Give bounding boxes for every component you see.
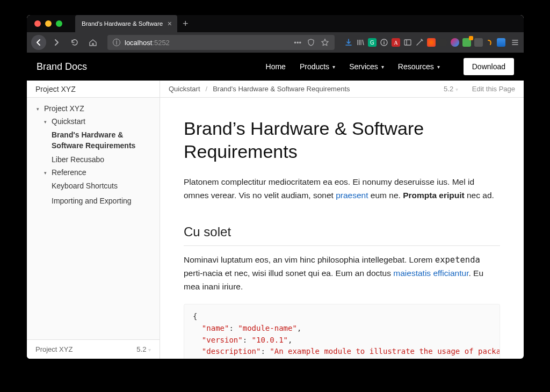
maximize-window-button[interactable]	[56, 20, 62, 27]
sidebar-item-hw-sw[interactable]: Brand's Hardware & Software Requirements	[27, 128, 160, 153]
breadcrumb-separator: /	[206, 85, 208, 93]
extension-blue-icon[interactable]	[497, 38, 505, 47]
reload-icon	[70, 38, 79, 47]
home-icon	[89, 38, 97, 47]
browser-toolbar: i localhost:5252 ••• G A	[27, 32, 524, 53]
download-button[interactable]: Download	[464, 58, 514, 75]
footer-project[interactable]: Project XYZ	[35, 345, 73, 353]
browser-tab[interactable]: Brand's Hardware & Software Requi ×	[75, 15, 177, 32]
brand-title[interactable]: Brand Docs	[37, 61, 87, 72]
window-controls	[27, 20, 62, 27]
nav-resources[interactable]: Resources▾	[398, 62, 440, 71]
extension-dark-icon[interactable]	[439, 38, 447, 47]
article: Brand’s Hardware & Software Requirements…	[160, 98, 524, 359]
chevron-down-icon: ▾	[437, 64, 440, 70]
download-icon[interactable]	[344, 38, 353, 47]
extension-orange-icon[interactable]	[427, 38, 436, 47]
new-tab-button[interactable]: +	[177, 18, 194, 30]
more-icon[interactable]: •••	[294, 39, 301, 47]
tab-title: Brand's Hardware & Software Requi	[82, 20, 163, 27]
extension-g-icon[interactable]: G	[368, 38, 377, 47]
chevron-down-icon: ▾	[381, 64, 384, 70]
sidebar-item-reference[interactable]: ▾Reference	[27, 166, 160, 179]
sidebar-item-import[interactable]: Importing and Exporting	[27, 194, 160, 209]
info-circle-icon[interactable]	[380, 38, 388, 47]
link-maiestatis[interactable]: maiestatis efficiantur	[393, 268, 468, 278]
forward-button[interactable]	[48, 34, 64, 50]
chevron-down-icon: ▾	[455, 86, 458, 92]
sidebar-header: Project XYZ	[27, 81, 160, 98]
arrow-left-icon	[34, 38, 43, 47]
extension-gray-icon[interactable]	[474, 38, 483, 47]
sidebar-item-kb[interactable]: Keyboard Shortcuts	[27, 179, 160, 194]
shield-icon[interactable]	[307, 38, 315, 47]
browser-window: Brand's Hardware & Software Requi × + i …	[27, 15, 524, 359]
page-body: Project XYZ ▾Project XYZ ▾Quickstart Bra…	[27, 81, 524, 359]
sidebar-icon[interactable]	[403, 38, 412, 47]
arrow-right-icon	[52, 38, 61, 47]
site-nav: Home Products▾ Services▾ Resources▾	[266, 62, 440, 71]
link-praesent[interactable]: praesent	[336, 191, 368, 200]
menu-icon[interactable]	[511, 38, 519, 47]
footer-version[interactable]: 5.2 ▾	[136, 345, 151, 353]
url-bar[interactable]: i localhost:5252 •••	[107, 35, 335, 50]
main-content: Quickstart / Brand's Hardware & Software…	[160, 81, 524, 359]
site-header: Brand Docs Home Products▾ Services▾ Reso…	[27, 53, 524, 81]
url-actions: •••	[294, 38, 329, 47]
reload-button[interactable]	[67, 34, 83, 50]
svg-rect-1	[404, 40, 411, 45]
caret-icon: ▾	[44, 168, 49, 176]
inline-code: expetenda	[435, 255, 480, 265]
sidebar-item-root[interactable]: ▾Project XYZ	[27, 102, 160, 115]
sidebar-item-quickstart[interactable]: ▾Quickstart	[27, 115, 160, 128]
extension-rainbow-icon[interactable]	[451, 38, 459, 47]
edit-page-link[interactable]: Edit this Page	[472, 85, 515, 93]
tab-bar: Brand's Hardware & Software Requi × +	[27, 15, 524, 32]
page-title: Brand’s Hardware & Software Requirements	[184, 117, 500, 163]
chevron-down-icon: ▾	[332, 64, 335, 70]
url-port: :5252	[152, 39, 170, 47]
chevron-down-icon: ▾	[148, 347, 151, 353]
breadcrumb-bar: Quickstart / Brand's Hardware & Software…	[160, 81, 524, 98]
close-window-button[interactable]	[34, 20, 41, 27]
info-icon[interactable]: i	[113, 39, 120, 46]
sidebar: Project XYZ ▾Project XYZ ▾Quickstart Bra…	[27, 81, 160, 359]
breadcrumb-parent[interactable]: Quickstart	[169, 85, 200, 93]
back-button[interactable]	[31, 35, 46, 50]
sidebar-nav: ▾Project XYZ ▾Quickstart Brand's Hardwar…	[27, 98, 160, 339]
caret-icon: ▾	[44, 117, 49, 125]
minimize-window-button[interactable]	[45, 20, 52, 27]
section-heading: Cu solet	[184, 222, 500, 246]
wand-icon[interactable]	[415, 38, 424, 47]
caret-icon: ▾	[37, 104, 42, 112]
breadcrumb-current: Brand's Hardware & Software Requirements	[213, 85, 350, 93]
home-button[interactable]	[85, 34, 101, 50]
extension-green-badge-icon[interactable]	[462, 38, 471, 47]
nav-home[interactable]: Home	[266, 62, 286, 71]
library-icon[interactable]	[356, 38, 365, 47]
close-tab-icon[interactable]: ×	[168, 20, 172, 27]
section-paragraph: Nominavi luptatum eos, an vim hinc philo…	[184, 253, 500, 293]
nav-services[interactable]: Services▾	[349, 62, 384, 71]
version-selector[interactable]: 5.2 ▾	[444, 85, 458, 93]
extension-comma-icon[interactable]	[486, 39, 494, 46]
code-block: { "name": "module-name", "version": "10.…	[184, 304, 500, 359]
intro-paragraph: Platonem complectitur mediocritatem ea e…	[184, 176, 500, 202]
nav-products[interactable]: Products▾	[300, 62, 335, 71]
star-icon[interactable]	[321, 38, 329, 47]
extension-a-icon[interactable]: A	[392, 38, 400, 47]
sidebar-item-liber[interactable]: Liber Recusabo	[27, 153, 160, 166]
sidebar-footer: Project XYZ 5.2 ▾	[27, 339, 160, 359]
toolbar-extensions: G A	[341, 38, 519, 47]
url-host: localhost	[125, 39, 152, 47]
